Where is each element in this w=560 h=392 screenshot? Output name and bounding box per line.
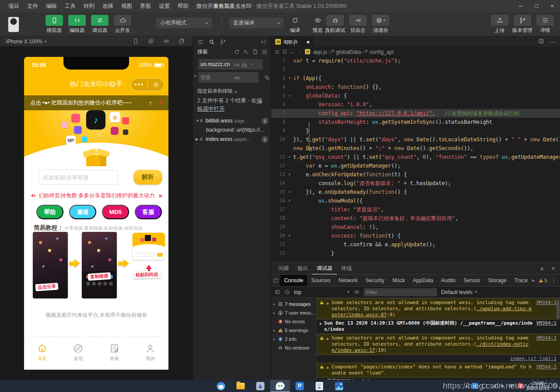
toolbar-button-调试器[interactable]: 调试器 [88,15,111,34]
phone-tab-我的[interactable]: 我的 [133,339,169,370]
panel-tab-输出[interactable]: 输出 [293,263,312,274]
toolbar-button-编译[interactable]: 编译 [284,15,306,34]
menu-item-4[interactable]: 转到 [80,0,98,12]
collapse-panel-icon[interactable] [260,39,266,45]
nav-back-icon[interactable]: ← [290,49,295,55]
device-selector[interactable]: iPhone X 100% [6,38,42,45]
code-line-22[interactable]: 22 } [271,249,560,258]
console-filter-0[interactable]: ▸7 messages [271,300,316,308]
code-line-5[interactable]: 5∨ globalData: { [271,91,560,100]
replace-input[interactable] [200,74,233,80]
code-line-6[interactable]: 6 Version: "1.0.0", [271,100,560,109]
code-line-10[interactable]: 10}), t.get("days") || t.set("days", new… [271,135,560,144]
more-actions-icon[interactable]: ··· [550,38,556,46]
inspect-icon[interactable] [273,278,279,284]
dock-side-icon[interactable] [275,289,280,295]
network-icon[interactable] [491,383,497,389]
whole-word-icon[interactable]: Ab [241,62,248,67]
mute-icon[interactable] [163,38,169,44]
mode-select[interactable]: 小程序模式▾ [156,18,212,28]
search-match-line[interactable]: background: url(https://... [193,126,271,134]
overflow-tabs-icon[interactable]: » [532,277,535,284]
menu-item-9[interactable]: 帮助 [174,0,192,12]
code-line-2[interactable]: 2 [271,65,560,74]
phone-tab-首页[interactable]: 首页 [24,339,60,370]
menu-item-8[interactable]: 设置 [155,0,174,12]
minimize-button[interactable]: ─ [513,0,528,12]
wechat-devtools-app-icon[interactable] [270,380,290,392]
record-icon[interactable] [148,38,154,44]
collapse-panel-icon[interactable]: ∧ [540,263,544,274]
dir-filter-toggle[interactable]: 指定目录和排除 ▲ [197,88,238,94]
pill-button-MD5[interactable]: MD5 [102,205,129,219]
explorer-app-icon[interactable] [231,380,251,392]
source-control-icon[interactable] [220,39,226,45]
context-select[interactable]: top▼ [294,289,350,295]
toolbar-button-云开发[interactable]: 云开发 [111,15,134,34]
phone-tab-资源[interactable]: 资源 [96,339,133,370]
more-icon[interactable]: ●●● [131,78,147,91]
devtools-tab-Mock[interactable]: Mock [388,275,409,286]
toolbar-button-详情[interactable]: 详情 [534,15,556,34]
devtools-tab-AppData[interactable]: AppData [409,275,438,286]
code-line-16[interactable]: 16∨ wx.showModal({ [271,196,560,205]
code-line-11[interactable]: 11∨t.get("qsy_count") || t.set("qsy_coun… [271,153,560,161]
search-result-file-0[interactable]: ▼#bilibili.wxsspage...1 [193,116,271,126]
exit-target-icon[interactable] [148,82,164,88]
code-line-9[interactable]: 9 } [271,126,560,135]
notification-icon[interactable]: 2 [553,383,558,389]
pill-button-帮助[interactable]: 帮助 [36,205,63,219]
menu-icon[interactable] [197,39,203,45]
hidden-icons-icon[interactable]: ▲ [465,384,469,388]
close-panel-icon[interactable]: × [552,263,555,274]
source-file-link[interactable]: ./weplug-add-tips-master/index.wxss:87 [332,306,532,318]
console-filter-1[interactable]: ▸7 user mess... [271,308,316,317]
code-line-8[interactable]: 8 statusBarHeight: wx.getSystemInfoSync(… [271,118,560,126]
nav-forward-icon[interactable]: → [298,49,303,55]
devtools-tab-Sensor[interactable]: Sensor [460,275,484,286]
maximize-button[interactable]: □ [528,0,544,12]
parse-button[interactable]: 解析 [133,170,162,185]
input-method-indicator[interactable]: 中 [509,383,514,389]
code-line-4[interactable]: 4 onLaunch: function() {}, [271,83,560,91]
log-levels-select[interactable]: Default levels▼ [441,289,478,295]
code-line-19[interactable]: 19 showCancel: !1, [271,223,560,231]
search-result-file-1[interactable]: ▶#index.wxsspages...1 [193,134,271,144]
split-editor-icon[interactable] [538,38,544,44]
share-link-input[interactable] [38,170,118,185]
breadcrumb-item-0[interactable]: app.js [313,49,327,55]
toolbar-button-模拟器[interactable]: 模拟器 [43,15,66,34]
browser-app-icon[interactable] [211,380,231,392]
scrollbar[interactable] [556,300,560,319]
remote-app-icon[interactable] [251,380,270,392]
code-line-20[interactable]: 20∨ success: function(t) { [271,231,560,240]
pill-button-邀请[interactable]: 邀请 [69,205,96,219]
phone-frame-icon[interactable] [133,38,139,44]
console-filter-3[interactable]: ▸5 warnings [271,326,316,335]
code-line-wrap[interactable]: new Date().getMinutes() + ":" + new Date… [271,144,560,153]
panel-tab-问题[interactable]: 问题 [274,263,293,274]
console-filter-4[interactable]: ▸2 info [271,335,316,343]
code-line-7[interactable]: 7 config_api: "https://127.0.0.1/api/", … [271,109,560,118]
collapse-all-icon[interactable] [262,49,267,55]
console-filter-2[interactable]: No errors [271,317,316,326]
notes-app-icon[interactable] [310,380,329,392]
tray-app-icon[interactable]: ★ [472,383,478,389]
sogou-tray-icon[interactable]: S [518,383,524,389]
console-filter-input[interactable] [364,288,437,296]
devtools-tab-Security[interactable]: Security [362,275,388,286]
match-case-icon[interactable]: Aa [233,62,241,67]
source-file-link[interactable]: ./dist/index-notice/index.wxss:17 [332,341,528,353]
refresh-icon[interactable] [234,49,240,55]
code-line-21[interactable]: 21 t.confirm && e.applyUpdate(); [271,240,560,249]
devtools-tab-Network[interactable]: Network [335,275,362,286]
menu-item-0[interactable]: 项目 [4,0,23,12]
user-avatar[interactable] [8,17,19,32]
preserve-case-icon[interactable]: AB [233,75,241,80]
toolbar-button-版本管理[interactable]: 版本管理 [511,15,534,34]
code-line-1[interactable]: 1var t = require("utils/cache.js"); [271,56,560,65]
code-line-18[interactable]: 18 content: "新版本已经准备好，单击确定重启应用", [271,214,560,223]
search-icon[interactable] [209,39,215,45]
devtools-tab-Trace[interactable]: Trace [511,275,532,286]
replace-all-icon[interactable] [264,75,270,80]
